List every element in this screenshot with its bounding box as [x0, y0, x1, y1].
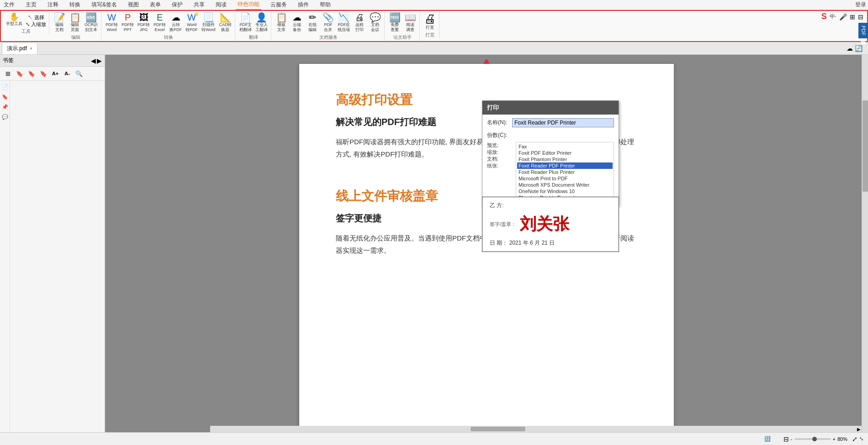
- sidebar-icon-font-down[interactable]: A-: [62, 68, 72, 79]
- doc-tab[interactable]: 演示.pdf ×: [2, 42, 37, 54]
- printer-item-3[interactable]: Foxit Reader PDF Printer: [517, 162, 613, 169]
- handtool-btn[interactable]: ✋ 手型工具: [5, 12, 24, 27]
- pdf-jpg-icon: 🖼: [139, 13, 148, 22]
- remote-print-icon: 🖨: [355, 13, 364, 22]
- cloud-backup-btn[interactable]: ☁ 云端备份: [290, 12, 304, 33]
- sidebar-left-bookmark-icon[interactable]: 🔖: [1, 93, 9, 101]
- word-to-pdf-btn[interactable]: W Word转PDF ⭐: [184, 12, 199, 33]
- cloud-backup-icon: ☁: [292, 13, 302, 22]
- ocr-btn[interactable]: 🔤 OCR识别文本: [83, 12, 99, 33]
- cloud-convert-btn[interactable]: ☁ 云转换PDF: [168, 12, 183, 33]
- sidebar-icon-search[interactable]: 🔍: [74, 68, 84, 79]
- template-btn[interactable]: 📋 模板文库: [274, 12, 289, 33]
- sidebar-left-page-icon[interactable]: 📄: [1, 83, 9, 91]
- signature-name: 刘关张: [520, 213, 569, 236]
- pdf-merge-btn[interactable]: 📎 PDF合并: [321, 12, 335, 33]
- zoom-level: 80%: [837, 436, 847, 442]
- printer-item-1[interactable]: Foxit PDF Editor Printer: [517, 150, 613, 156]
- sidebar-nav-next[interactable]: ▶: [97, 57, 102, 64]
- sidebar-left-pin-icon[interactable]: 📌: [1, 103, 9, 111]
- pdf-editor-panel-btn[interactable]: PDF编辑器: [858, 23, 868, 38]
- menu-item-cloud[interactable]: 云服务: [269, 0, 289, 10]
- printer-item-2[interactable]: Foxit Phantom Printer: [517, 156, 613, 162]
- pdf-area[interactable]: 高级打印设置 解决常见的PDF打印难题 福昕PDF阅读器拥有强大的打印功能, 界…: [105, 55, 868, 445]
- zoom-slider-thumb[interactable]: [812, 437, 817, 441]
- print-name-label: 名称(N):: [487, 118, 512, 126]
- printer-item-5[interactable]: Microsoft Print to PDF: [517, 175, 613, 182]
- print-dialog-title: 打印: [482, 101, 619, 115]
- sidebar-nav-prev[interactable]: ◀: [91, 57, 96, 64]
- sidebar-icon-bookmark1[interactable]: 🔖: [15, 68, 25, 79]
- menu-item-share[interactable]: 共享: [192, 0, 206, 10]
- print-copies-label: 份数(C):: [487, 131, 512, 139]
- pdf-to-jpg-btn[interactable]: 🖼 PDF转JPG: [136, 12, 151, 33]
- pdf-to-word-btn[interactable]: W PDF转Word: [104, 12, 119, 33]
- expand-icon[interactable]: ⤢: [852, 435, 857, 443]
- sidebar-icon-bookmark3[interactable]: 🔖: [38, 68, 48, 79]
- v-scroll-thumb[interactable]: [863, 100, 868, 192]
- menu-item-home[interactable]: 主页: [24, 0, 38, 10]
- zoom-btn[interactable]: ⤡ 入缩放: [25, 21, 47, 27]
- printer-item-6[interactable]: Microsoft XPS Document Writer: [517, 182, 613, 188]
- menu-item-plugin[interactable]: 插件: [296, 0, 311, 10]
- h-scroll-right[interactable]: ▶: [857, 427, 861, 432]
- sidebar-icon-grid[interactable]: ⊞: [3, 68, 13, 79]
- pdf-merge-icon: 📎: [323, 13, 334, 22]
- pdf-translate-icon: 📄: [240, 13, 251, 22]
- menu-item-protect[interactable]: 保护: [170, 0, 185, 10]
- human-translate-btn[interactable]: 👤 专业人工翻译: [254, 12, 269, 33]
- edit-page-btn[interactable]: 📋 编辑页面: [68, 12, 82, 33]
- pdf-compress-btn[interactable]: 📉 PDF在线压缩: [336, 12, 351, 33]
- sidebar-icon-bookmark2[interactable]: 🔖: [26, 68, 37, 79]
- horizontal-scrollbar[interactable]: ▶: [210, 426, 862, 432]
- h-scroll-thumb[interactable]: [471, 427, 525, 431]
- cloud-sync-icon: 🔄: [855, 45, 863, 52]
- zoom-slider[interactable]: [794, 438, 831, 440]
- pdf-to-ppt-btn[interactable]: P PDF转PPT: [120, 12, 135, 33]
- cad-convert-btn[interactable]: 📐 CAD转换器: [217, 12, 233, 33]
- hand-icon: ✋: [9, 13, 19, 21]
- menu-item-annotate[interactable]: 注释: [46, 0, 60, 10]
- read-survey-btn[interactable]: 📖 阅读调查: [403, 12, 418, 33]
- minus-icon[interactable]: ⊟: [858, 13, 863, 21]
- pdf-to-excel-btn[interactable]: E PDF转Excel: [152, 12, 167, 33]
- printer-item-4[interactable]: Foxit Reader Plus Printer: [517, 169, 613, 175]
- menu-item-special[interactable]: 特色功能: [236, 0, 261, 10]
- sidebar-icon-font-up[interactable]: A+: [50, 68, 60, 79]
- menu-item-sign[interactable]: 填写&签名: [90, 0, 119, 10]
- chinese-input-icon[interactable]: 中·: [830, 13, 836, 21]
- mic-icon[interactable]: 🎤: [839, 13, 847, 21]
- online-edit-icon: ✏: [309, 13, 317, 22]
- grid-icon[interactable]: ⊞: [850, 13, 855, 21]
- ribbon-group-tool: ✋ 手型工具 ↖ 选择 ⤡ 入缩放 工具: [3, 12, 49, 35]
- remote-print-btn[interactable]: 🖨 远程打印: [352, 12, 367, 33]
- edit-doc-btn[interactable]: 📝 编辑文档: [52, 12, 67, 33]
- menu-item-form[interactable]: 表单: [148, 0, 163, 10]
- pdf-translate-btn[interactable]: 📄 PDF文档翻译: [238, 12, 253, 33]
- compress-icon[interactable]: ⤡: [859, 436, 863, 442]
- printer-item-0[interactable]: Fax: [517, 143, 613, 150]
- free-check-icon: 🆓: [389, 13, 401, 22]
- menu-item-help[interactable]: 帮助: [318, 0, 333, 10]
- login-btn[interactable]: 登录: [855, 1, 866, 9]
- menu-item-read[interactable]: 阅读: [214, 0, 228, 10]
- sidebar-left-comment-icon[interactable]: 💬: [1, 113, 9, 121]
- select-btn[interactable]: ↖ 选择: [25, 15, 47, 21]
- zoom-label: 缩放:: [487, 149, 512, 155]
- menu-item-view[interactable]: 视图: [126, 0, 141, 10]
- scan-word-btn[interactable]: 📃 扫描件转Word: [200, 12, 217, 33]
- sidebar-body: 📄 🔖 📌 💬: [0, 81, 105, 445]
- doc-tab-close[interactable]: ×: [30, 46, 32, 51]
- menu-item-file[interactable]: 文件: [2, 0, 16, 10]
- zoom-out-icon[interactable]: ⊟: [783, 435, 789, 443]
- online-edit-btn[interactable]: ✏ 在线编辑: [305, 12, 320, 33]
- free-check-btn[interactable]: 🆓 免费查重: [387, 12, 402, 33]
- doc-meeting-btn[interactable]: 💬 文档会议: [368, 12, 382, 33]
- sidebar-icon-bar: ⊞ 🔖 🔖 🔖 A+ A- 🔍: [0, 67, 105, 81]
- ribbon-group-docservice: 📋 模板文库 ☁ 云端备份 ✏ 在线编辑 📎 PDF合并 📉 PDF在: [272, 12, 385, 41]
- print-wide-btn[interactable]: 🖨 打宽: [423, 12, 437, 31]
- doc-meeting-icon: 💬: [370, 13, 381, 22]
- vertical-scrollbar[interactable]: [862, 55, 868, 432]
- edit-doc-icon: 📝: [54, 13, 65, 22]
- menu-item-convert[interactable]: 转换: [68, 0, 82, 10]
